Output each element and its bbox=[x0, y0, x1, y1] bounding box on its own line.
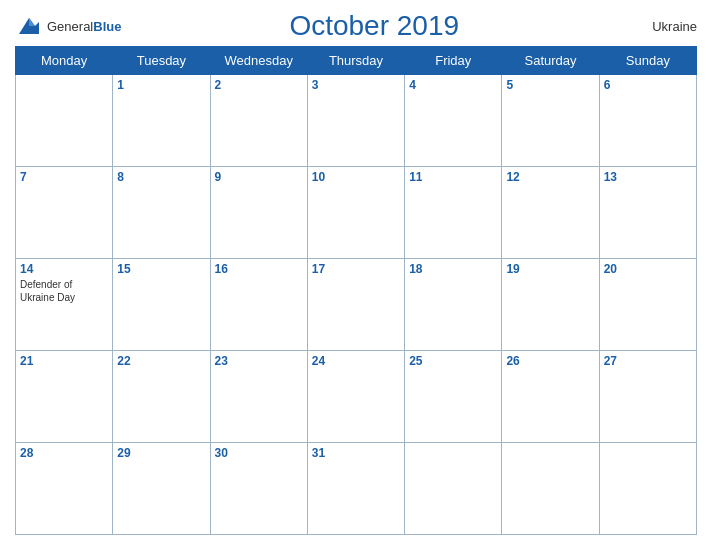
calendar-cell: 18 bbox=[405, 259, 502, 351]
weekday-header-saturday: Saturday bbox=[502, 47, 599, 75]
logo-general: General bbox=[47, 19, 93, 34]
day-number: 28 bbox=[20, 446, 108, 460]
logo-blue: Blue bbox=[93, 19, 121, 34]
logo: GeneralBlue bbox=[15, 12, 121, 40]
calendar-cell: 8 bbox=[113, 167, 210, 259]
day-number: 24 bbox=[312, 354, 400, 368]
calendar-cell: 25 bbox=[405, 351, 502, 443]
day-number: 14 bbox=[20, 262, 108, 276]
calendar-cell: 16 bbox=[210, 259, 307, 351]
calendar-cell: 26 bbox=[502, 351, 599, 443]
day-number: 29 bbox=[117, 446, 205, 460]
calendar-cell: 31 bbox=[307, 443, 404, 535]
day-number: 25 bbox=[409, 354, 497, 368]
calendar-cell: 14Defender of Ukraine Day bbox=[16, 259, 113, 351]
day-number: 19 bbox=[506, 262, 594, 276]
calendar-cell bbox=[599, 443, 696, 535]
calendar-wrapper: MondayTuesdayWednesdayThursdayFridaySatu… bbox=[15, 46, 697, 535]
calendar-cell bbox=[16, 75, 113, 167]
calendar-cell: 22 bbox=[113, 351, 210, 443]
day-number: 23 bbox=[215, 354, 303, 368]
day-number: 18 bbox=[409, 262, 497, 276]
calendar-cell bbox=[502, 443, 599, 535]
day-number: 7 bbox=[20, 170, 108, 184]
day-number: 31 bbox=[312, 446, 400, 460]
day-number: 12 bbox=[506, 170, 594, 184]
weekday-header-friday: Friday bbox=[405, 47, 502, 75]
calendar-title: October 2019 bbox=[289, 10, 459, 41]
week-row-3: 14Defender of Ukraine Day151617181920 bbox=[16, 259, 697, 351]
calendar-cell: 30 bbox=[210, 443, 307, 535]
week-row-1: 123456 bbox=[16, 75, 697, 167]
calendar-cell: 6 bbox=[599, 75, 696, 167]
day-number: 30 bbox=[215, 446, 303, 460]
weekday-header-thursday: Thursday bbox=[307, 47, 404, 75]
day-number: 13 bbox=[604, 170, 692, 184]
day-number: 11 bbox=[409, 170, 497, 184]
calendar-cell: 19 bbox=[502, 259, 599, 351]
calendar-cell: 11 bbox=[405, 167, 502, 259]
calendar-cell: 27 bbox=[599, 351, 696, 443]
day-number: 9 bbox=[215, 170, 303, 184]
day-number: 15 bbox=[117, 262, 205, 276]
day-number: 4 bbox=[409, 78, 497, 92]
week-row-5: 28293031 bbox=[16, 443, 697, 535]
weekday-header-tuesday: Tuesday bbox=[113, 47, 210, 75]
week-row-4: 21222324252627 bbox=[16, 351, 697, 443]
day-number: 17 bbox=[312, 262, 400, 276]
day-number: 16 bbox=[215, 262, 303, 276]
calendar-cell: 1 bbox=[113, 75, 210, 167]
day-number: 1 bbox=[117, 78, 205, 92]
week-row-2: 78910111213 bbox=[16, 167, 697, 259]
logo-text: GeneralBlue bbox=[47, 17, 121, 35]
title-area: October 2019 bbox=[121, 10, 627, 42]
day-number: 2 bbox=[215, 78, 303, 92]
calendar-table: MondayTuesdayWednesdayThursdayFridaySatu… bbox=[15, 46, 697, 535]
calendar-cell bbox=[405, 443, 502, 535]
day-number: 21 bbox=[20, 354, 108, 368]
calendar-cell: 4 bbox=[405, 75, 502, 167]
calendar-cell: 5 bbox=[502, 75, 599, 167]
calendar-cell: 12 bbox=[502, 167, 599, 259]
calendar-cell: 23 bbox=[210, 351, 307, 443]
day-number: 5 bbox=[506, 78, 594, 92]
day-number: 8 bbox=[117, 170, 205, 184]
calendar-cell: 24 bbox=[307, 351, 404, 443]
calendar-cell: 20 bbox=[599, 259, 696, 351]
day-number: 22 bbox=[117, 354, 205, 368]
day-number: 6 bbox=[604, 78, 692, 92]
calendar-cell: 10 bbox=[307, 167, 404, 259]
logo-icon bbox=[15, 12, 43, 40]
day-number: 20 bbox=[604, 262, 692, 276]
calendar-cell: 2 bbox=[210, 75, 307, 167]
weekday-header-wednesday: Wednesday bbox=[210, 47, 307, 75]
calendar-cell: 9 bbox=[210, 167, 307, 259]
calendar-cell: 13 bbox=[599, 167, 696, 259]
calendar-cell: 3 bbox=[307, 75, 404, 167]
day-number: 3 bbox=[312, 78, 400, 92]
calendar-cell: 29 bbox=[113, 443, 210, 535]
calendar-cell: 28 bbox=[16, 443, 113, 535]
day-number: 10 bbox=[312, 170, 400, 184]
country-label: Ukraine bbox=[627, 19, 697, 34]
weekday-header-sunday: Sunday bbox=[599, 47, 696, 75]
weekday-header-row: MondayTuesdayWednesdayThursdayFridaySatu… bbox=[16, 47, 697, 75]
day-number: 27 bbox=[604, 354, 692, 368]
calendar-cell: 17 bbox=[307, 259, 404, 351]
calendar-cell: 15 bbox=[113, 259, 210, 351]
event-text: Defender of Ukraine Day bbox=[20, 278, 108, 304]
calendar-cell: 21 bbox=[16, 351, 113, 443]
calendar-header: GeneralBlue October 2019 Ukraine bbox=[15, 10, 697, 42]
day-number: 26 bbox=[506, 354, 594, 368]
calendar-cell: 7 bbox=[16, 167, 113, 259]
weekday-header-monday: Monday bbox=[16, 47, 113, 75]
